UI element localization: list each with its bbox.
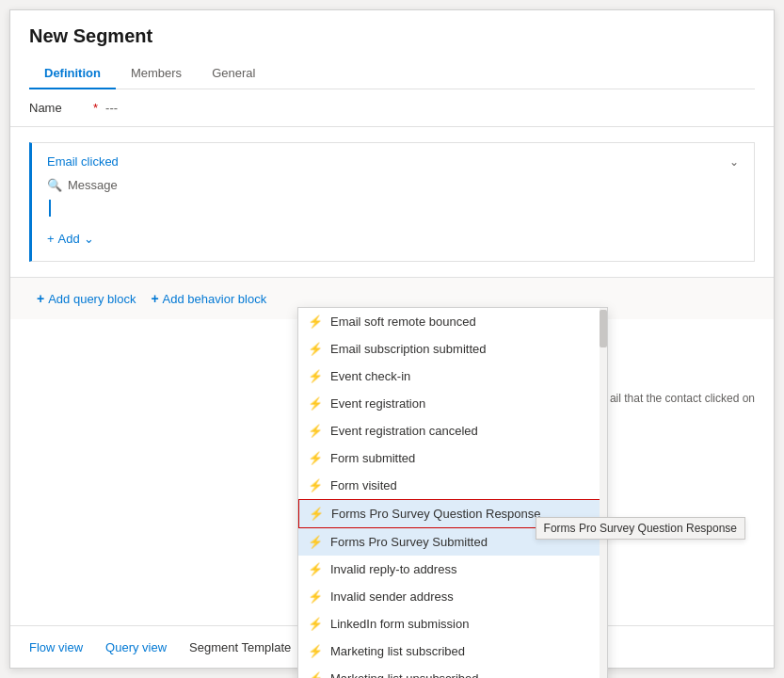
bolt-icon: ⚡	[308, 451, 323, 465]
name-row: Name * ---	[10, 89, 774, 127]
bolt-icon: ⚡	[308, 644, 323, 658]
tab-general[interactable]: General	[197, 58, 270, 89]
bolt-icon: ⚡	[308, 424, 323, 438]
dropdown-item-label: LinkedIn form submission	[330, 617, 469, 631]
dropdown-item-label: Invalid sender address	[330, 589, 454, 604]
add-query-label: Add query block	[48, 292, 136, 306]
plus-behavior-icon: +	[151, 291, 158, 306]
add-behavior-label: Add behavior block	[163, 292, 267, 306]
dropdown-item[interactable]: ⚡Marketing list unsubscribed	[298, 665, 607, 678]
name-label: Name	[29, 101, 86, 115]
dropdown-item[interactable]: ⚡Marketing list subscribed	[298, 638, 607, 665]
add-behavior-block-button[interactable]: + Add behavior block	[143, 287, 274, 310]
dropdown-item-label: Forms Pro Survey Question Response	[331, 507, 541, 521]
tooltip-text: Forms Pro Survey Question Response	[544, 522, 737, 535]
bolt-icon: ⚡	[308, 617, 323, 631]
bolt-icon: ⚡	[308, 589, 323, 604]
dropdown-item[interactable]: ⚡Invalid sender address	[298, 583, 607, 610]
name-required: *	[93, 101, 98, 115]
dropdown-item-label: Event check-in	[330, 369, 410, 383]
segment-block-body: 🔍 Message + Add ⌄	[47, 178, 739, 250]
add-query-block-button[interactable]: + Add query block	[29, 287, 143, 310]
query-view-link[interactable]: Query view	[105, 640, 167, 654]
dropdown-item-label: Invalid reply-to address	[330, 562, 456, 576]
chevron-down-icon[interactable]: ⌄	[729, 155, 739, 169]
dropdown-item[interactable]: ⚡Email soft remote bounced	[298, 308, 607, 335]
add-button[interactable]: + Add ⌄	[47, 228, 94, 250]
tab-members[interactable]: Members	[116, 58, 197, 89]
dropdown-item-label: Marketing list unsubscribed	[330, 671, 479, 678]
bolt-icon: ⚡	[308, 562, 323, 576]
tab-definition[interactable]: Definition	[29, 58, 116, 89]
dropdown-item-label: Form submitted	[330, 451, 415, 465]
add-chevron-icon: ⌄	[84, 232, 94, 246]
plus-icon: +	[47, 232, 55, 246]
template-label: Segment Template	[189, 640, 291, 654]
app-container: New Segment Definition Members General N…	[9, 9, 775, 669]
dropdown-item[interactable]: ⚡Event check-in	[298, 363, 607, 390]
name-value: ---	[105, 101, 118, 115]
dropdown-item-label: Marketing list subscribed	[330, 644, 465, 658]
message-label: Message	[68, 178, 118, 192]
dropdown-item[interactable]: ⚡Event registration	[298, 390, 607, 417]
search-row: 🔍 Message	[47, 178, 739, 192]
dropdown-list: ⚡Email soft remote bounced⚡Email subscri…	[298, 308, 607, 678]
search-icon: 🔍	[47, 178, 62, 192]
dropdown-item[interactable]: ⚡Event registration canceled	[298, 417, 607, 444]
scrollbar[interactable]	[600, 308, 607, 678]
main-content: Email clicked ⌄ 🔍 Message + Add ⌄	[10, 142, 774, 319]
segment-block: Email clicked ⌄ 🔍 Message + Add ⌄	[29, 142, 755, 262]
segment-block-title[interactable]: Email clicked	[47, 154, 119, 169]
bolt-icon: ⚡	[308, 535, 323, 549]
dropdown-menu: ⚡Email soft remote bounced⚡Email subscri…	[297, 307, 608, 678]
tabs-bar: Definition Members General	[29, 58, 755, 89]
bolt-icon: ⚡	[308, 478, 323, 492]
dropdown-item-label: Event registration canceled	[330, 424, 478, 438]
bolt-icon: ⚡	[308, 671, 323, 678]
dropdown-item[interactable]: ⚡Form visited	[298, 472, 607, 499]
dropdown-item[interactable]: ⚡LinkedIn form submission	[298, 610, 607, 638]
plus-query-icon: +	[37, 291, 44, 306]
right-hint-text: ail that the contact clicked on	[610, 392, 755, 405]
scrollbar-thumb	[600, 310, 607, 347]
dropdown-item-label: Event registration	[330, 396, 425, 411]
bolt-icon: ⚡	[308, 342, 323, 356]
page-header: New Segment Definition Members General	[10, 10, 774, 89]
page-title: New Segment	[29, 25, 755, 47]
bolt-icon: ⚡	[309, 507, 324, 521]
dropdown-item-label: Email soft remote bounced	[330, 315, 476, 329]
dropdown-item-label: Form visited	[330, 478, 397, 492]
dropdown-item[interactable]: ⚡Invalid reply-to address	[298, 556, 607, 583]
bolt-icon: ⚡	[308, 369, 323, 383]
tooltip-box: Forms Pro Survey Question Response	[536, 517, 745, 540]
dropdown-item[interactable]: ⚡Email subscription submitted	[298, 335, 607, 363]
segment-block-header: Email clicked ⌄	[47, 154, 739, 169]
dropdown-item-label: Email subscription submitted	[330, 342, 486, 356]
add-label: Add	[58, 232, 80, 246]
bolt-icon: ⚡	[308, 315, 323, 329]
dropdown-item[interactable]: ⚡Form submitted	[298, 444, 607, 472]
cursor-line	[47, 200, 739, 220]
bolt-icon: ⚡	[308, 396, 323, 411]
dropdown-item-label: Forms Pro Survey Submitted	[330, 535, 488, 549]
flow-view-link[interactable]: Flow view	[29, 640, 83, 654]
